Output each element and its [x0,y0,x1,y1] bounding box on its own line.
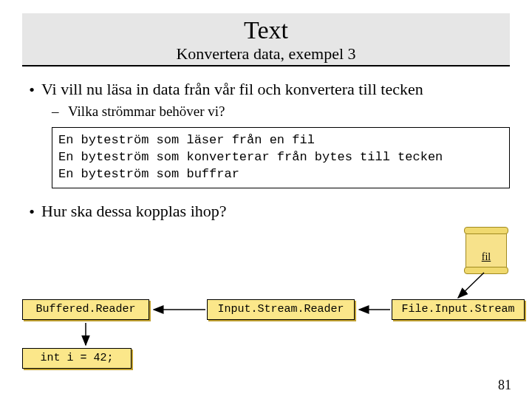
slide-title: Text [22,16,510,44]
sub-bullet-1-text: Vilka strömmar behöver vi? [68,103,225,120]
slide-subtitle: Konvertera data, exempel 3 [22,44,510,64]
stream-list-box: En byteström som läser från en fil En by… [52,127,510,188]
content-area: • Vi vill nu läsa in data från vår fil o… [22,80,510,222]
bullet-dot-icon: • [22,202,41,222]
bullet-1-text: Vi vill nu läsa in data från vår fil och… [41,80,423,99]
sub-bullet-1: – Vilka strömmar behöver vi? [52,103,510,120]
page-number: 81 [498,378,511,393]
bullet-2: • Hur ska dessa kopplas ihop? [22,202,510,222]
dash-icon: – [52,103,68,120]
title-block: Text Konvertera data, exempel 3 [22,13,510,66]
diagram-area: fil Buffered.Reader Input.Stream.Reader … [22,225,510,381]
bullet-2-text: Hur ska dessa kopplas ihop? [41,202,227,221]
bullet-1: • Vi vill nu läsa in data från vår fil o… [22,80,510,100]
arrows-layer [22,225,510,381]
bullet-dot-icon: • [22,80,41,100]
svg-line-2 [458,273,484,298]
